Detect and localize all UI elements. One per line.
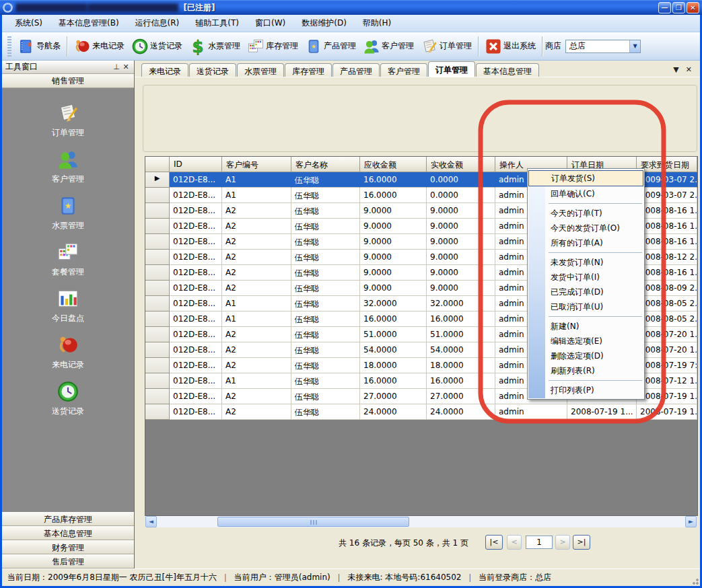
- sidebar-item-order[interactable]: 订单管理: [52, 102, 84, 139]
- minimize-button[interactable]: —: [658, 2, 671, 13]
- table-cell[interactable]: 伍华聪: [291, 219, 360, 234]
- scroll-left-arrow-icon[interactable]: ◄: [145, 516, 157, 527]
- table-cell[interactable]: 012D-E8...: [170, 172, 222, 188]
- tab-delivery-record[interactable]: 送货记录: [189, 63, 236, 77]
- table-cell[interactable]: 伍华聪: [291, 358, 360, 373]
- table-cell[interactable]: 2008-07-20 1...: [637, 342, 697, 358]
- table-cell[interactable]: 0.0000: [427, 188, 495, 203]
- table-cell[interactable]: 012D-E8...: [170, 358, 222, 373]
- context-menu-item[interactable]: 已完成订单(D): [528, 285, 643, 299]
- tab-inventory[interactable]: 库存管理: [285, 63, 332, 77]
- table-cell[interactable]: 012D-E8...: [170, 327, 222, 342]
- tab-order-management[interactable]: 订单管理: [428, 61, 475, 77]
- table-cell[interactable]: A1: [222, 296, 291, 311]
- table-cell[interactable]: 伍华聪: [291, 342, 360, 358]
- toolbar-customer-button[interactable]: 客户管理: [359, 35, 417, 58]
- table-cell[interactable]: 2009-03-07 2...: [637, 172, 697, 188]
- resize-grip[interactable]: [691, 577, 699, 585]
- table-cell[interactable]: 9.0000: [360, 203, 427, 219]
- table-cell[interactable]: A2: [222, 389, 291, 404]
- table-cell[interactable]: 18.0000: [360, 358, 427, 373]
- row-header-cell[interactable]: ▶: [145, 172, 170, 188]
- context-menu-item[interactable]: 回单确认(C): [528, 186, 643, 201]
- toolbar-delivery-record-button[interactable]: 送货记录: [128, 35, 186, 58]
- tab-customer[interactable]: 客户管理: [380, 63, 427, 77]
- tab-basic-info[interactable]: 基本信息管理: [476, 63, 539, 77]
- table-cell[interactable]: 012D-E8...: [170, 311, 222, 327]
- table-cell[interactable]: 2008-07-19 1...: [567, 404, 637, 420]
- table-cell[interactable]: 2008-07-19 1...: [637, 389, 697, 404]
- table-cell[interactable]: 24.0000: [360, 404, 427, 420]
- toolbar-incoming-call-button[interactable]: 来电记录: [70, 35, 128, 58]
- table-cell[interactable]: 54.0000: [427, 342, 495, 358]
- table-cell[interactable]: 伍华聪: [291, 234, 360, 250]
- table-cell[interactable]: 012D-E8...: [170, 281, 222, 296]
- table-cell[interactable]: 伍华聪: [291, 404, 360, 420]
- table-cell[interactable]: 51.0000: [360, 327, 427, 342]
- table-cell[interactable]: 伍华聪: [291, 373, 360, 389]
- table-cell[interactable]: 16.0000: [360, 373, 427, 389]
- table-cell[interactable]: 2008-07-19 7:59: [637, 358, 697, 373]
- row-header-cell[interactable]: [145, 281, 170, 296]
- table-cell[interactable]: 9.0000: [360, 219, 427, 234]
- sidebar-item-delivery-record[interactable]: 送货记录: [52, 380, 84, 417]
- scrollbar-thumb[interactable]: [217, 517, 409, 527]
- table-cell[interactable]: 9.0000: [427, 265, 495, 281]
- table-cell[interactable]: 9.0000: [360, 265, 427, 281]
- table-cell[interactable]: 9.0000: [427, 234, 495, 250]
- context-menu-item[interactable]: 编辑选定项(E): [528, 334, 643, 348]
- context-menu-item[interactable]: 所有的订单(A): [528, 235, 643, 250]
- sidebar-section-product-inventory[interactable]: 产品库存管理: [2, 512, 134, 526]
- table-cell[interactable]: 9.0000: [427, 281, 495, 296]
- table-cell[interactable]: 伍华聪: [291, 188, 360, 203]
- context-menu-item[interactable]: 今天的发货订单(O): [528, 221, 643, 235]
- table-cell[interactable]: 16.0000: [360, 188, 427, 203]
- row-header-cell[interactable]: [145, 188, 170, 203]
- table-cell[interactable]: 2008-08-16 1...: [637, 265, 697, 281]
- table-cell[interactable]: 012D-E8...: [170, 250, 222, 265]
- table-cell[interactable]: 9.0000: [360, 281, 427, 296]
- menu-data-maintenance[interactable]: 数据维护(D): [294, 15, 354, 31]
- table-cell[interactable]: 伍华聪: [291, 327, 360, 342]
- table-cell[interactable]: A2: [222, 203, 291, 219]
- table-cell[interactable]: 012D-E8...: [170, 389, 222, 404]
- horizontal-scrollbar[interactable]: ◄ ►: [145, 516, 697, 527]
- table-cell[interactable]: 27.0000: [427, 389, 495, 404]
- table-cell[interactable]: 伍华聪: [291, 250, 360, 265]
- table-cell[interactable]: 伍华聪: [291, 265, 360, 281]
- tab-incoming-call[interactable]: 来电记录: [141, 63, 188, 77]
- table-cell[interactable]: 伍华聪: [291, 389, 360, 404]
- row-header-cell[interactable]: [145, 250, 170, 265]
- row-header-cell[interactable]: [145, 373, 170, 389]
- table-cell[interactable]: 伍华聪: [291, 311, 360, 327]
- table-cell[interactable]: 51.0000: [427, 327, 495, 342]
- close-tab-icon[interactable]: ✕: [686, 65, 692, 74]
- table-row[interactable]: 012D-E8...A2伍华聪24.000024.0000admin2008-0…: [145, 404, 697, 420]
- toolbar-product-button[interactable]: 产品管理: [302, 35, 359, 58]
- table-cell[interactable]: A1: [222, 188, 291, 203]
- shop-select[interactable]: 总店 ▼: [565, 40, 641, 53]
- sidebar-section-finance[interactable]: 财务管理: [2, 540, 134, 554]
- table-cell[interactable]: 9.0000: [427, 219, 495, 234]
- table-cell[interactable]: 伍华聪: [291, 296, 360, 311]
- table-cell[interactable]: 16.0000: [427, 373, 495, 389]
- table-cell[interactable]: 32.0000: [427, 296, 495, 311]
- menu-help[interactable]: 帮助(H): [355, 15, 398, 31]
- table-cell[interactable]: 012D-E8...: [170, 265, 222, 281]
- sidebar-item-package[interactable]: 套餐管理: [52, 241, 84, 278]
- table-cell[interactable]: 2008-08-12 2...: [637, 250, 697, 265]
- table-cell[interactable]: A2: [222, 327, 291, 342]
- close-button[interactable]: ✕: [687, 2, 699, 13]
- row-header-cell[interactable]: [145, 342, 170, 358]
- table-cell[interactable]: 012D-E8...: [170, 234, 222, 250]
- table-cell[interactable]: 16.0000: [360, 311, 427, 327]
- table-cell[interactable]: 18.0000: [427, 358, 495, 373]
- table-cell[interactable]: 9.0000: [427, 203, 495, 219]
- sidebar-section-after-sales[interactable]: 售后管理: [2, 554, 134, 568]
- table-cell[interactable]: 伍华聪: [291, 203, 360, 219]
- context-menu-item[interactable]: 未发货订单(N): [528, 255, 643, 270]
- toolbar-exit-button[interactable]: 退出系统: [481, 35, 539, 58]
- row-header-cell[interactable]: [145, 296, 170, 311]
- title-bar[interactable]: ██████████████ ██████████████████ [已注册] …: [0, 0, 702, 15]
- context-menu-item[interactable]: 打印列表(P): [528, 383, 643, 398]
